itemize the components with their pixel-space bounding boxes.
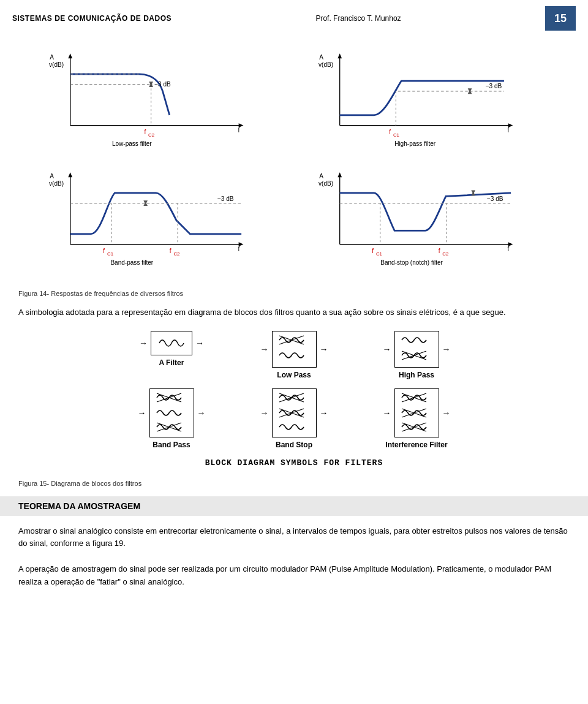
arrow-in-a-filter: → [139,339,148,347]
svg-text:v(dB): v(dB) [49,61,64,68]
bandpass-diagram: A v(dB) f −3 dB f C1 f C2 Band-pass filt… [24,162,294,274]
highpass-svg: A v(dB) f −3 dB f C1 High-pass filter [312,43,545,153]
highpass-wave-svg [400,334,434,365]
highpass-label: High Pass [399,371,434,379]
bandstop-diagram: A v(dB) f −3 dB f C1 f C2 Band-stop (not… [294,162,564,274]
interference-diagram-symbol: → [383,388,451,437]
lowpass-wave-svg [277,334,311,365]
arrow-in-lowpass: → [260,345,269,354]
arrow-out-lowpass: → [320,345,328,354]
svg-text:A: A [319,54,323,61]
figure15-caption: Figura 15- Diagrama de blocos dos filtro… [0,477,588,490]
lowpass-diagram-symbol: → → [260,331,328,368]
lowpass-diagram: A v(dB) f −3 dB f C2 Low-p [24,43,294,156]
arrow-out-interference: → [442,409,451,417]
svg-text:v(dB): v(dB) [318,180,333,187]
svg-text:A: A [319,173,323,180]
svg-text:f: f [389,129,391,135]
svg-text:C1: C1 [393,132,399,138]
svg-marker-51 [337,172,342,177]
svg-marker-2 [68,53,72,58]
arrow-out-bandstop: → [320,409,328,417]
interference-box [394,388,439,437]
highpass-box [394,331,439,368]
a-filter-label: A Filter [159,358,184,367]
svg-marker-47 [143,200,148,205]
lowpass-label: Low Pass [277,371,311,379]
a-filter-diagram: → → [139,331,204,355]
bandstop-wave-svg [277,392,311,434]
svg-text:f: f [508,246,510,252]
arrow-in-bandstop: → [260,409,269,417]
arrow-in-highpass: → [383,345,391,354]
interference-symbol: → [361,388,472,449]
interference-wave-svg [400,392,434,434]
block-symbols-row2: → [18,388,570,449]
svg-text:Band-stop (notch) filter: Band-stop (notch) filter [380,259,443,266]
svg-text:f: f [508,127,510,134]
highpass-diagram-symbol: → → [383,331,451,368]
svg-text:f: f [103,248,105,254]
figure14-caption: Figura 14- Respostas de frequências de d… [0,287,588,303]
svg-text:−3 dB: −3 dB [217,195,234,202]
bandpass-diagram-symbol: → [138,388,206,437]
svg-text:A: A [50,173,54,180]
svg-text:C2: C2 [148,132,154,138]
svg-marker-33 [68,172,72,177]
svg-text:C1: C1 [107,251,113,257]
header: SISTEMAS DE COMUNICAÇÃO DE DADOS Prof. F… [0,0,588,37]
bandstop-box [272,388,317,437]
lowpass-box [272,331,317,368]
bandstop-diagram-symbol: → [260,388,328,437]
highpass-diagram: A v(dB) f −3 dB f C1 High-pass filter [294,43,564,156]
teorema-paragraph1: Amostrar o sinal analógico consiste em e… [18,525,570,551]
bandpass-box [149,388,194,437]
bandpass-svg: A v(dB) f −3 dB f C1 f C2 Band-pass filt… [43,162,276,272]
svg-marker-14 [149,81,153,86]
svg-text:C2: C2 [173,251,179,257]
svg-text:High-pass filter: High-pass filter [394,140,436,147]
arrow-out-bandpass: → [197,409,206,417]
svg-marker-29 [468,88,472,93]
svg-text:f: f [144,129,146,135]
svg-text:A: A [50,54,54,61]
page: SISTEMAS DE COMUNICAÇÃO DE DADOS Prof. F… [0,0,588,704]
header-title-left: SISTEMAS DE COMUNICAÇÃO DE DADOS [12,14,172,23]
arrow-in-bandpass: → [138,409,146,417]
interference-label: Interference Filter [385,441,447,449]
svg-text:v(dB): v(dB) [318,61,333,68]
header-title-center: Prof. Francisco T. Munhoz [315,14,401,23]
a-filter-symbol: → → A Filter [116,331,227,379]
svg-text:C1: C1 [376,251,382,257]
teorema-body: Amostrar o sinal analógico consiste em e… [0,522,588,595]
arrow-out-a-filter: → [195,339,204,347]
svg-text:Low-pass filter: Low-pass filter [112,140,152,147]
bandpass-symbol: → [116,388,227,449]
svg-text:−3 dB: −3 dB [486,83,502,89]
teorema-header: TEOREMA DA AMOSTRAGEM [0,496,588,516]
svg-text:v(dB): v(dB) [49,180,64,187]
teorema-paragraph2: A operação de amostragem do sinal pode s… [18,563,570,589]
bandstop-symbol: → [239,388,349,449]
bandstop-svg: A v(dB) f −3 dB f C1 f C2 Band-stop (not… [312,162,545,272]
page-number: 15 [545,6,576,31]
a-filter-box [151,331,192,355]
svg-text:f: f [372,248,374,254]
svg-text:f: f [238,127,240,134]
svg-marker-18 [337,53,342,58]
bandpass-label: Band Pass [153,441,190,449]
arrow-out-highpass: → [442,345,451,354]
svg-text:f: f [439,248,440,254]
lowpass-symbol: → → Low Pass [239,331,349,379]
bandpass-wave-svg [155,392,189,434]
lowpass-svg: A v(dB) f −3 dB f C2 Low-p [43,43,276,153]
block-diagram-title: BLOCK DIAGRAM SYMBOLS FOR FILTERS [18,458,570,467]
block-symbols-section: → → A Filter → [0,328,588,477]
svg-text:f: f [238,246,240,252]
block-symbols-row1: → → A Filter → [18,331,570,379]
filter-diagrams: A v(dB) f −3 dB f C2 Low-p [0,37,588,287]
svg-text:−3 dB: −3 dB [487,195,503,202]
svg-text:Band-pass filter: Band-pass filter [110,259,153,266]
svg-text:C2: C2 [442,251,448,257]
description-text: A simbologia adotada para a representaçã… [0,303,588,328]
